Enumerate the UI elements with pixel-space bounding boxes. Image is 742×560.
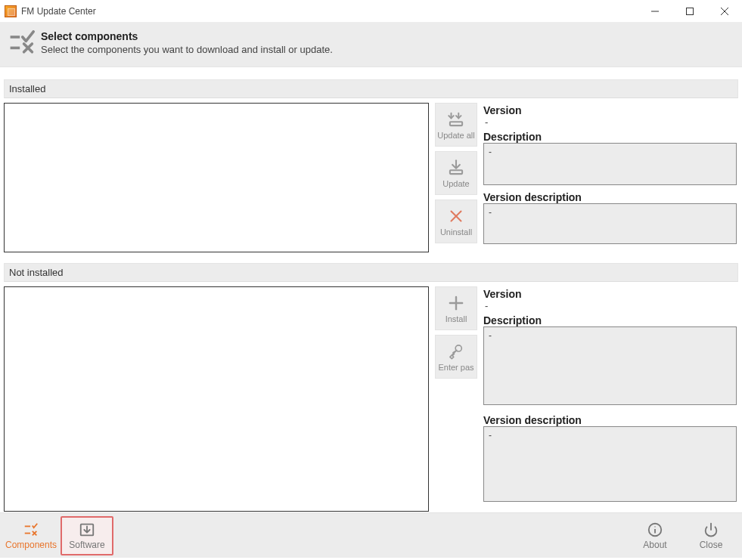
update-label: Update — [442, 179, 469, 188]
svg-rect-1 — [687, 8, 694, 14]
minimize-button[interactable] — [638, 0, 672, 23]
installed-description-box: - — [483, 143, 737, 185]
about-button[interactable]: About — [629, 516, 681, 555]
not-installed-button-column: Install Enter pas — [435, 286, 477, 512]
enter-password-label: Enter pas — [438, 363, 473, 372]
about-label: About — [643, 540, 666, 550]
close-button[interactable] — [707, 0, 742, 23]
titlebar: FM Update Center — [0, 0, 742, 23]
installed-version-value: - — [485, 116, 737, 128]
main-content: Installed Update all — [0, 67, 742, 512]
svg-rect-9 — [450, 170, 462, 174]
install-button[interactable]: Install — [435, 286, 477, 330]
close-app-button[interactable]: Close — [685, 516, 737, 555]
software-label: Software — [69, 540, 104, 550]
version-label: Version — [483, 104, 737, 116]
uninstall-button[interactable]: Uninstall — [435, 200, 477, 243]
installed-details: Version - Description - Version descript… — [483, 103, 738, 252]
description-label-2: Description — [483, 314, 737, 326]
not-installed-row: Install Enter pas Version - Description … — [4, 286, 738, 512]
maximize-button[interactable] — [672, 0, 707, 23]
bottom-bar: Components Software About Close — [0, 512, 742, 558]
select-components-icon — [8, 30, 35, 57]
not-installed-section-header: Not installed — [4, 263, 738, 282]
version-description-label: Version description — [483, 191, 737, 203]
svg-rect-8 — [450, 122, 462, 125]
svg-point-22 — [654, 526, 655, 527]
version-label-2: Version — [483, 288, 737, 300]
update-all-button[interactable]: Update all — [435, 103, 477, 147]
installed-section-header: Installed — [4, 79, 738, 98]
notinstalled-version-description-box: - — [483, 426, 737, 502]
software-tab[interactable]: Software — [61, 516, 113, 555]
version-description-label-2: Version description — [483, 414, 737, 426]
installed-list[interactable] — [4, 103, 429, 252]
header-subtitle: Select the components you want to downlo… — [41, 44, 333, 55]
header-band: Select components Select the components … — [0, 23, 742, 67]
close-label: Close — [700, 540, 723, 550]
install-label: Install — [446, 314, 467, 323]
app-icon — [5, 5, 17, 17]
components-label: Components — [5, 540, 57, 550]
window-title: FM Update Center — [21, 6, 96, 17]
components-tab[interactable]: Components — [5, 516, 57, 555]
notinstalled-version-value: - — [485, 300, 737, 311]
installed-version-description-box: - — [483, 203, 737, 244]
not-installed-list[interactable] — [4, 286, 429, 512]
update-button[interactable]: Update — [435, 151, 477, 195]
installed-row: Update all Update Uninst — [4, 103, 738, 252]
enter-password-button[interactable]: Enter pas — [435, 335, 477, 379]
update-all-label: Update all — [437, 131, 475, 140]
notinstalled-description-box: - — [483, 326, 737, 405]
header-title: Select components — [41, 30, 333, 42]
uninstall-label: Uninstall — [440, 227, 472, 237]
description-label: Description — [483, 131, 737, 143]
not-installed-details: Version - Description - Version descript… — [483, 286, 738, 512]
installed-button-column: Update all Update Uninst — [435, 103, 477, 252]
